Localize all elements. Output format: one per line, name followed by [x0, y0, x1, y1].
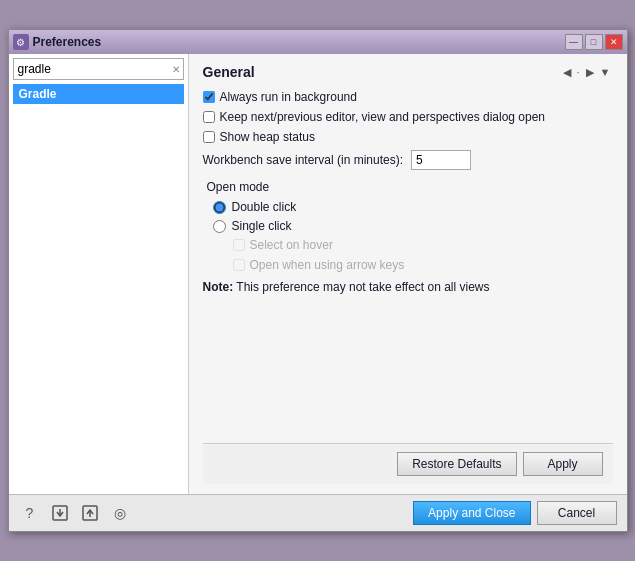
keep-editor-checkbox[interactable]	[203, 111, 215, 123]
workbench-interval-row: Workbench save interval (in minutes):	[203, 150, 613, 170]
main-body: ✕ Gradle General ◀ · ▶ ▼ Always run in b…	[9, 54, 627, 494]
titlebar-left: ⚙ Preferences	[13, 34, 102, 50]
workbench-interval-label: Workbench save interval (in minutes):	[203, 153, 404, 167]
footer-bar: ? ◎ Apply and Close Cancel	[9, 494, 627, 531]
panel-title: General	[203, 64, 255, 80]
show-heap-label: Show heap status	[220, 130, 315, 144]
panel-nav: ◀ · ▶ ▼	[561, 66, 613, 79]
nav-separator: ·	[575, 66, 582, 78]
import-icon[interactable]	[49, 502, 71, 524]
nav-back-button[interactable]: ◀	[561, 66, 573, 79]
close-button[interactable]: ✕	[605, 34, 623, 50]
panel-header: General ◀ · ▶ ▼	[203, 64, 613, 80]
show-heap-row: Show heap status	[203, 130, 613, 144]
footer-btns: Apply and Close Cancel	[413, 501, 616, 525]
apply-button[interactable]: Apply	[523, 452, 603, 476]
restore-apply-bar: Restore Defaults Apply	[203, 443, 613, 484]
nav-dropdown-button[interactable]: ▼	[598, 66, 613, 78]
single-click-row: Single click	[213, 219, 613, 233]
select-hover-row: Select on hover	[233, 238, 613, 252]
open-arrow-label: Open when using arrow keys	[250, 258, 405, 272]
open-arrow-row: Open when using arrow keys	[233, 258, 613, 272]
search-box: ✕	[13, 58, 184, 80]
right-panel: General ◀ · ▶ ▼ Always run in background	[189, 54, 627, 494]
always-run-bg-row: Always run in background	[203, 90, 613, 104]
settings-area: Always run in background Keep next/previ…	[203, 90, 613, 443]
sidebar: ✕ Gradle	[9, 54, 189, 494]
footer-icons: ? ◎	[19, 502, 131, 524]
keep-editor-label: Keep next/previous editor, view and pers…	[220, 110, 546, 124]
keep-editor-row: Keep next/previous editor, view and pers…	[203, 110, 613, 124]
search-clear-icon[interactable]: ✕	[170, 64, 182, 75]
maximize-button[interactable]: □	[585, 34, 603, 50]
sidebar-item-gradle[interactable]: Gradle	[13, 84, 184, 104]
minimize-button[interactable]: —	[565, 34, 583, 50]
titlebar-controls: — □ ✕	[565, 34, 623, 50]
double-click-row: Double click	[213, 200, 613, 214]
cancel-button[interactable]: Cancel	[537, 501, 617, 525]
single-click-radio[interactable]	[213, 220, 226, 233]
apply-and-close-button[interactable]: Apply and Close	[413, 501, 530, 525]
search-input[interactable]	[16, 60, 170, 78]
workbench-interval-input[interactable]	[411, 150, 471, 170]
window-title: Preferences	[33, 35, 102, 49]
select-hover-label: Select on hover	[250, 238, 333, 252]
always-run-bg-label: Always run in background	[220, 90, 357, 104]
double-click-radio[interactable]	[213, 201, 226, 214]
restore-defaults-button[interactable]: Restore Defaults	[397, 452, 516, 476]
link-icon[interactable]: ◎	[109, 502, 131, 524]
show-heap-checkbox[interactable]	[203, 131, 215, 143]
nav-forward-button[interactable]: ▶	[584, 66, 596, 79]
open-mode-label: Open mode	[207, 180, 613, 194]
window-icon: ⚙	[13, 34, 29, 50]
always-run-bg-checkbox[interactable]	[203, 91, 215, 103]
help-icon[interactable]: ?	[19, 502, 41, 524]
note-text: Note: This preference may not take effec…	[203, 280, 613, 294]
preferences-window: ⚙ Preferences — □ ✕ ✕ Gradle General ◀	[8, 29, 628, 532]
select-hover-checkbox[interactable]	[233, 239, 245, 251]
titlebar: ⚙ Preferences — □ ✕	[9, 30, 627, 54]
open-arrow-checkbox[interactable]	[233, 259, 245, 271]
single-click-label: Single click	[232, 219, 292, 233]
double-click-label: Double click	[232, 200, 297, 214]
export-icon[interactable]	[79, 502, 101, 524]
